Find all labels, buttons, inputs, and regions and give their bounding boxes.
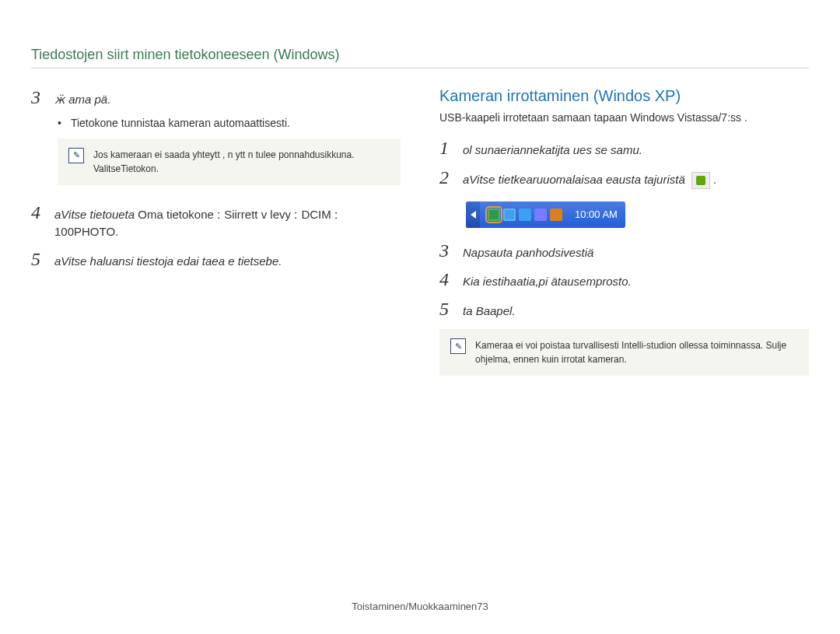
right-step-4: 4 Kia iestihaatia,pi ätausemprosto. [439, 269, 809, 291]
step-number: 5 [439, 299, 452, 320]
updates-icon[interactable] [550, 208, 562, 221]
right-step-3: 3 Napsauta panhodsivestiä [439, 240, 809, 262]
tray-expand-arrow[interactable] [466, 201, 480, 228]
tray-clock[interactable]: 10:00 AM [570, 208, 618, 220]
step-number: 4 [31, 202, 44, 223]
content-columns: 3 ӝ ama pä. Tietokone tunnistaa kameran … [31, 87, 809, 393]
step-number: 2 [439, 167, 452, 188]
note-icon: ✎ [68, 148, 84, 163]
step-number: 5 [31, 249, 44, 270]
right-step-5: 5 ta Baapel. [439, 299, 809, 321]
left-step-5: 5 aVitse haluansi tiestoja edai taea e t… [31, 249, 401, 271]
section-heading: Kameran irrottaminen (Windos XP) [439, 87, 809, 105]
tray-icons [483, 208, 567, 221]
step-text: ol sunaeriannekatijta ues se samu. [463, 142, 642, 159]
page-footer: Toistaminen/Muokkaaminen73 [0, 601, 840, 612]
step-number: 4 [439, 269, 452, 290]
section-desc: USB-kaapeli irrotetaan samaan tapaan Win… [439, 111, 809, 124]
step-text: Kia iestihaatia,pi ätausemprosto. [463, 273, 632, 291]
left-step-4: 4 aVitse tietoueta Oma tietokone ː Siirr… [31, 202, 401, 241]
left-step3-sub: Tietokone tunnistaa kameran automaattise… [58, 117, 401, 129]
step-number: 3 [439, 240, 452, 261]
left-note-box: ✎ Jos kameraan ei saada yhteytt , n ytt … [58, 138, 401, 185]
network-icon[interactable] [519, 208, 531, 221]
safely-remove-icon [691, 172, 710, 189]
step-number: 1 [439, 138, 452, 159]
step-text: aVitse tietkearuuomalaisaa eausta tajuri… [463, 171, 716, 189]
left-column: 3 ӝ ama pä. Tietokone tunnistaa kameran … [31, 87, 401, 393]
sub-text: Tietokone tunnistaa kameran automaattise… [71, 117, 290, 129]
step-text: aVitse haluansi tiestoja edai taea e tie… [54, 253, 282, 271]
right-step-1: 1 ol sunaeriannekatijta ues se samu. [439, 138, 809, 159]
step-number: 3 [31, 87, 44, 108]
left-step-3: 3 ӝ ama pä. [31, 87, 401, 109]
step4-italic: aVitse tietoueta [54, 208, 138, 221]
safely-remove-hardware-icon[interactable] [488, 208, 500, 221]
step-text: Napsauta panhodsivestiä [463, 244, 593, 262]
bullet-icon [58, 117, 65, 129]
chevron-left-icon [471, 211, 476, 219]
security-shield-icon[interactable] [503, 208, 516, 221]
step-text: aVitse tietoueta Oma tietokone ː Siirret… [54, 206, 401, 241]
right-step-2: 2 aVitse tietkearuuomalaisaa eausta taju… [439, 167, 809, 189]
note-text: Kameraa ei voi poistaa turvallisesti Int… [475, 338, 798, 366]
volume-icon[interactable] [534, 208, 547, 221]
right-note-box: ✎ Kameraa ei voi poistaa turvallisesti I… [439, 329, 809, 376]
right-column: Kameran irrottaminen (Windos XP) USB-kaa… [439, 87, 809, 393]
step2-dot: . [713, 173, 716, 186]
step2-text: aVitse tietkearuuomalaisaa eausta tajuri… [463, 173, 685, 186]
note-text: Jos kameraan ei saada yhteytt , n ytt n … [93, 148, 390, 176]
step-text: ta Baapel. [463, 303, 516, 321]
step-text: ӝ ama pä. [54, 91, 110, 109]
page-title: Tiedostojen siirt minen tietokoneeseen (… [31, 47, 809, 68]
system-tray: 10:00 AM [466, 201, 625, 228]
note-icon: ✎ [450, 338, 466, 354]
